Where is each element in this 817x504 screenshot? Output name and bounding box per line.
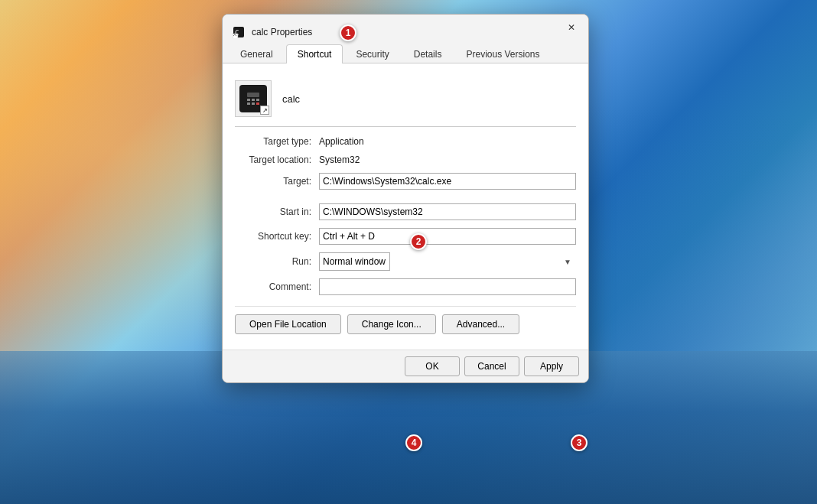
- dialog-footer: OK Cancel Apply: [223, 350, 588, 382]
- run-select[interactable]: Normal window Minimized Maximized: [319, 252, 390, 271]
- tab-previous-versions[interactable]: Previous Versions: [454, 44, 551, 63]
- target-type-value: Application: [319, 136, 364, 147]
- start-in-row: Start in:: [235, 203, 576, 220]
- svg-rect-9: [252, 102, 255, 105]
- target-label: Target:: [235, 176, 319, 187]
- tab-security[interactable]: Security: [344, 44, 400, 63]
- svg-rect-7: [256, 99, 259, 101]
- action-buttons: Open File Location Change Icon... Advanc…: [235, 306, 576, 337]
- comment-input[interactable]: [319, 278, 576, 295]
- chevron-down-icon: ▼: [564, 258, 571, 266]
- target-row: Target:: [235, 173, 576, 190]
- close-button[interactable]: ✕: [561, 19, 582, 36]
- annotation-2: 2: [410, 233, 427, 250]
- ok-button[interactable]: OK: [405, 356, 460, 376]
- target-input[interactable]: [319, 173, 576, 190]
- advanced-button[interactable]: Advanced...: [442, 314, 519, 334]
- tab-general[interactable]: General: [229, 44, 285, 63]
- shortcut-badge: ↗: [260, 106, 269, 115]
- tab-details[interactable]: Details: [402, 44, 454, 63]
- apply-button[interactable]: Apply: [524, 356, 579, 376]
- dialog-window: C calc Properties ✕ General Shortcut Sec…: [222, 14, 589, 383]
- svg-rect-5: [247, 99, 250, 101]
- run-label: Run:: [235, 256, 319, 267]
- cancel-button[interactable]: Cancel: [464, 356, 519, 376]
- shortcut-key-label: Shortcut key:: [235, 231, 319, 242]
- start-in-input[interactable]: [319, 203, 576, 220]
- open-file-location-button[interactable]: Open File Location: [235, 314, 341, 334]
- svg-rect-10: [256, 102, 259, 105]
- app-name-label: calc: [282, 93, 300, 105]
- shortcut-key-input[interactable]: [319, 228, 576, 245]
- target-location-value: System32: [319, 154, 360, 165]
- title-bar: C calc Properties ✕: [223, 15, 588, 44]
- comment-label: Comment:: [235, 281, 319, 292]
- svg-rect-8: [247, 102, 250, 105]
- svg-rect-6: [252, 99, 255, 101]
- app-icon-wrapper: ↗: [235, 80, 272, 117]
- shortcut-key-row: Shortcut key:: [235, 228, 576, 245]
- run-select-wrapper: Normal window Minimized Maximized ▼: [319, 252, 576, 271]
- tab-bar: General Shortcut Security Details Previo…: [223, 44, 588, 63]
- target-type-label: Target type:: [235, 136, 319, 147]
- app-header: ↗ calc: [235, 73, 576, 127]
- title-bar-icon: C: [232, 25, 246, 39]
- annotation-3: 3: [571, 434, 588, 451]
- svg-rect-4: [247, 93, 259, 97]
- change-icon-button[interactable]: Change Icon...: [347, 314, 436, 334]
- target-location-label: Target location:: [235, 154, 319, 165]
- dialog-title: calc Properties: [252, 27, 579, 37]
- target-type-row: Target type: Application: [235, 136, 576, 147]
- dialog-content: ↗ calc Target type: Application Target l…: [223, 63, 588, 350]
- tab-shortcut[interactable]: Shortcut: [286, 44, 343, 63]
- run-row: Run: Normal window Minimized Maximized ▼: [235, 252, 576, 271]
- start-in-label: Start in:: [235, 206, 319, 217]
- comment-row: Comment:: [235, 278, 576, 295]
- target-location-row: Target location: System32: [235, 154, 576, 165]
- annotation-1: 1: [340, 24, 356, 41]
- annotation-4: 4: [405, 434, 422, 451]
